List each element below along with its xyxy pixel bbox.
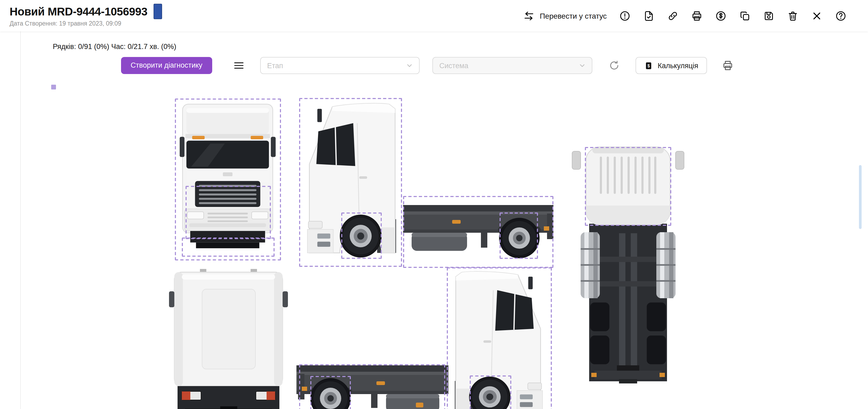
calculation-button-label: Калькуляція <box>658 62 698 69</box>
chevron-down-icon <box>579 62 585 69</box>
question-circle-icon[interactable] <box>835 10 847 22</box>
refresh-icon <box>608 60 620 71</box>
page-title: Новий MRD-9444-1056993 <box>9 5 148 18</box>
calculation-button[interactable]: $ Калькуляція <box>636 57 707 74</box>
trash-icon[interactable] <box>787 10 799 22</box>
progress-stats: Рядків: 0/91 (0%) Час: 0/21.7 хв. (0%) <box>53 43 176 50</box>
zone-cab-left-wheel[interactable] <box>341 212 382 259</box>
zone-chassis-right-wheel[interactable] <box>310 376 351 409</box>
truck-rear-view <box>169 269 288 409</box>
save-icon[interactable] <box>763 10 775 22</box>
transfer-status-button[interactable]: Перевести у статус <box>523 10 607 22</box>
create-diagnostic-button[interactable]: Створити діагностику <box>121 57 212 74</box>
link-icon[interactable] <box>667 10 679 22</box>
content-left-border <box>20 31 21 409</box>
refresh-button[interactable] <box>608 60 620 71</box>
zone-front-bumper[interactable] <box>182 238 275 257</box>
app-root: Новий MRD-9444-1056993 Дата Створення: 1… <box>0 0 868 409</box>
transfer-arrows-icon <box>523 10 535 22</box>
svg-text:$: $ <box>648 63 650 68</box>
menu-button[interactable] <box>233 60 245 71</box>
zone-front-grille[interactable] <box>186 186 271 239</box>
printer-icon <box>722 60 734 71</box>
print-diagram-button[interactable] <box>722 60 734 71</box>
vertical-scrollbar-thumb[interactable] <box>859 165 862 229</box>
copy-icon[interactable] <box>739 10 751 22</box>
exclamation-circle-icon[interactable] <box>619 10 631 22</box>
header-actions: Перевести у статус <box>523 0 847 31</box>
zone-chassis-left-wheel[interactable] <box>500 212 538 259</box>
close-icon[interactable] <box>811 10 823 22</box>
system-select[interactable]: Система <box>432 57 592 74</box>
stage-select-placeholder: Етап <box>267 62 283 69</box>
zone-cab-right-wheel[interactable] <box>470 375 511 409</box>
hamburger-icon <box>233 60 245 71</box>
stage-select[interactable]: Етап <box>260 57 420 74</box>
creation-date: Дата Створення: 19 травня 2023, 09:09 <box>9 20 162 27</box>
chevron-down-icon <box>406 62 413 69</box>
dollar-circle-icon[interactable] <box>715 10 727 22</box>
file-check-icon[interactable] <box>643 10 655 22</box>
zone-top-roof[interactable] <box>585 147 671 226</box>
calculation-doc-icon: $ <box>644 61 653 70</box>
system-select-placeholder: Система <box>439 62 468 69</box>
legend-swatch <box>51 85 56 90</box>
printer-icon[interactable] <box>691 10 703 22</box>
transfer-status-label: Перевести у статус <box>540 11 607 20</box>
text-cursor <box>154 4 162 19</box>
header-title-block: Новий MRD-9444-1056993 Дата Створення: 1… <box>9 4 162 27</box>
header: Новий MRD-9444-1056993 Дата Створення: 1… <box>0 0 868 31</box>
